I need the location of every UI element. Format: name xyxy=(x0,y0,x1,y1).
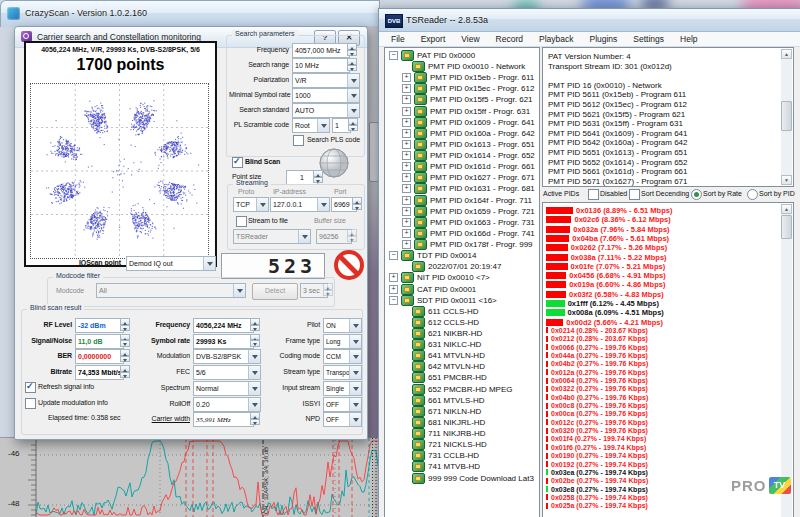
pid-row[interactable]: 0x02c6 (8.36% - 6.12 Mbps) xyxy=(546,215,671,224)
pid-row[interactable]: 0x0320 (0.27% - 199.76 Kbps) xyxy=(546,427,648,434)
result-combo[interactable]: OFF xyxy=(323,412,362,427)
pid-row[interactable]: 0x0190 (0.27% - 199.74 Kbps) xyxy=(546,452,648,459)
result-spinner[interactable] xyxy=(250,334,260,347)
tree-item[interactable]: 642 MTVLN-HD xyxy=(402,361,485,372)
pid-row[interactable]: 0x0456 (6.68% - 4.91 Mbps) xyxy=(546,271,666,280)
pid-row[interactable]: 0x019a (6.60% - 4.86 Mbps) xyxy=(546,280,665,289)
scroll-down-arrow[interactable]: ▼ xyxy=(781,175,792,185)
tree-expander[interactable]: + xyxy=(402,229,411,238)
result-combo[interactable]: Transport xyxy=(323,365,362,380)
tree-item[interactable]: PMT PID 0x0010 - Network xyxy=(402,61,525,72)
tree-item[interactable]: +PMT PID 0x1609 - Progr. 641 xyxy=(402,117,535,128)
result-value-field[interactable]: 11,0 dB xyxy=(75,334,124,349)
tree-expander[interactable]: − xyxy=(389,251,398,260)
tree-item[interactable]: 621 NIKBR-HD xyxy=(402,328,482,339)
pid-row[interactable]: 0x01f4 (0.27% - 199.74 Kbps) xyxy=(546,435,646,442)
tree-item[interactable]: +PMT PID 0x1659 - Progr. 721 xyxy=(402,206,535,217)
result-combo[interactable]: DVB-S2/8PSK xyxy=(193,349,261,364)
tree-item[interactable]: 681 NIKJRL-HD xyxy=(402,417,485,428)
menu-export[interactable]: Export xyxy=(413,33,454,45)
pid-row[interactable]: 0x032a (7.96% - 5.84 Mbps) xyxy=(546,225,670,234)
pid-row[interactable]: 0x04ba (7.66% - 5.61 Mbps) xyxy=(546,234,669,243)
tree-item[interactable]: +PMT PID 0x178f - Progr. 999 xyxy=(402,239,533,250)
blind-scan-checkbox[interactable] xyxy=(232,157,243,168)
tree-item[interactable]: +PMT PID 0x166d - Progr. 741 xyxy=(402,228,535,239)
tree-item[interactable]: 641 MTVLN-HD xyxy=(402,350,485,361)
tree-item[interactable]: 652 PMCBR-HD MPEG xyxy=(402,384,512,395)
crazyscan-window-titlebar[interactable]: CrazyScan - Version 1.0.2.160 xyxy=(0,0,380,27)
tree-item[interactable]: 631 NIKLC-HD xyxy=(402,339,481,350)
pid-row[interactable]: 0x0212 (0.28% - 203.67 Kbps) xyxy=(546,335,648,342)
pid-row[interactable]: 0x0066 (0.27% - 199.76 Kbps) xyxy=(546,344,648,351)
tree-item[interactable]: 2022/07/01 20:19:47 xyxy=(402,261,501,272)
result-value-field[interactable]: 29993 Ks xyxy=(193,334,254,349)
disabled-checkbox[interactable] xyxy=(588,189,599,200)
pid-row[interactable]: 0x044a (0.27% - 199.76 Kbps) xyxy=(546,352,648,359)
tree-item[interactable]: 741 MTVB-HD xyxy=(402,461,480,472)
pid-row[interactable]: 0x0064 (0.27% - 199.76 Kbps) xyxy=(546,377,648,384)
pid-row[interactable]: 0x008a (6.09% - 4.51 Mbps) xyxy=(546,308,664,317)
tree-item[interactable]: 711 NIKJRB-HD xyxy=(402,428,486,439)
tree-item[interactable]: +PMT PID 0x1663 - Progr. 731 xyxy=(402,217,535,228)
result-combo[interactable]: ON xyxy=(323,318,362,333)
sort-descending-checkbox[interactable] xyxy=(629,189,640,200)
tree-item[interactable]: +PMT PID 0x15ff - Progr. 631 xyxy=(402,106,530,117)
tree-expander[interactable]: − xyxy=(389,296,398,305)
tree-expander[interactable]: + xyxy=(402,140,411,149)
param-combo[interactable]: AUTO xyxy=(292,103,360,118)
pid-row[interactable]: 0x04b2 (0.27% - 199.76 Kbps) xyxy=(546,360,648,367)
pid-row[interactable]: 0x0136 (8.89% - 6.51 Mbps) xyxy=(546,206,672,215)
menu-record[interactable]: Record xyxy=(488,33,531,45)
pid-row[interactable]: 0x03f2 (6.58% - 4.83 Mbps) xyxy=(546,290,664,299)
param-combo[interactable]: V/R xyxy=(292,73,360,88)
pid-row[interactable]: 0x038a (7.11% - 5.22 Mbps) xyxy=(546,253,667,262)
pid-row[interactable]: 0x00c8 (0.27% - 199.76 Kbps) xyxy=(546,402,648,409)
menu-playback[interactable]: Playback xyxy=(531,33,582,45)
param-spinner[interactable] xyxy=(347,43,357,56)
result-spinner[interactable] xyxy=(120,334,130,347)
pid-row[interactable]: 0x012c (0.27% - 199.76 Kbps) xyxy=(546,419,648,426)
tree-expander[interactable]: + xyxy=(402,151,411,160)
sort-by-rate-radio[interactable] xyxy=(691,189,702,200)
tree-expander[interactable]: + xyxy=(402,173,411,182)
result-checkbox[interactable] xyxy=(25,382,36,393)
result-combo[interactable]: CCM xyxy=(323,349,362,364)
search-pls-checkbox[interactable] xyxy=(293,135,304,146)
scrollbar-thumb[interactable] xyxy=(781,101,792,131)
tree-expander[interactable]: + xyxy=(402,118,411,127)
result-spinner[interactable] xyxy=(120,318,130,331)
tree-expander[interactable]: + xyxy=(402,129,411,138)
pid-row[interactable]: 0x01fe (7.07% - 5.21 Mbps) xyxy=(546,262,665,271)
tree-item[interactable]: +PMT PID 0x161d - Progr. 661 xyxy=(402,161,535,172)
tree-item[interactable]: 651 PMCBR-HD xyxy=(402,372,487,383)
tree-expander[interactable]: + xyxy=(402,240,411,249)
result-value-field[interactable]: 4056,224 MHz xyxy=(193,318,254,333)
scroll-up-arrow[interactable]: ▲ xyxy=(781,204,792,214)
tree-item[interactable]: +NIT PID 0x0010 <7> xyxy=(389,272,490,283)
iqscan-point-combo[interactable]: Demod IQ out xyxy=(126,256,216,271)
tree-item[interactable]: 661 MTVLS-HD xyxy=(402,395,484,406)
tree-item[interactable]: +PMT PID 0x15eb - Progr. 611 xyxy=(402,72,534,83)
tree-item[interactable]: +PMT PID 0x1627 - Progr. 671 xyxy=(402,172,535,183)
tree-expander[interactable]: + xyxy=(402,95,411,104)
pid-row[interactable]: 0x00ca (0.27% - 199.76 Kbps) xyxy=(546,410,648,417)
pl-root-combo[interactable]: Root xyxy=(292,118,330,133)
result-spinner[interactable] xyxy=(120,365,130,378)
result-spinner[interactable] xyxy=(120,349,130,362)
tree-expander[interactable]: + xyxy=(402,218,411,227)
pid-row[interactable]: 0x03e8 (0.27% - 199.74 Kbps) xyxy=(546,486,648,493)
pat-panel-scrollbar[interactable]: ▲ ▼ xyxy=(781,49,792,185)
tsreader-titlebar[interactable]: DVB TSReader -- 2.8.53a xyxy=(379,9,800,32)
menu-help[interactable]: Help xyxy=(672,33,705,45)
tree-expander[interactable]: + xyxy=(389,273,398,282)
tree-item[interactable]: 731 CCLB-HD xyxy=(402,450,479,461)
pid-row[interactable]: 0x0322 (0.27% - 199.76 Kbps) xyxy=(546,385,648,392)
result-value-field[interactable]: 74,353 Mbit/s xyxy=(75,365,124,380)
pid-list-scrollbar[interactable]: ▲ xyxy=(781,204,792,517)
stream-to-file-checkbox[interactable] xyxy=(236,216,247,227)
scroll-up-arrow[interactable]: ▲ xyxy=(781,49,792,59)
proto-combo[interactable]: TCP xyxy=(233,197,269,212)
result-value-field[interactable]: -32 dBm xyxy=(75,318,124,333)
pid-row[interactable]: 0x025a (0.27% - 199.74 Kbps) xyxy=(546,502,648,509)
tree-expander[interactable]: + xyxy=(402,84,411,93)
